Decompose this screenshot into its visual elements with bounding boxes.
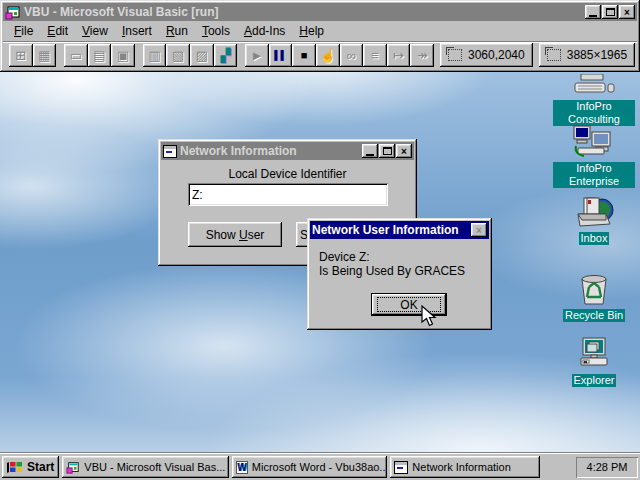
dialog-title: Network Information (180, 144, 359, 158)
minimize-icon (366, 154, 374, 156)
vb-titlebar[interactable]: VBU - Microsoft Visual Basic [run] × (3, 3, 637, 21)
position-indicator: 3060,2040 (440, 43, 533, 67)
new-form-icon: ⊞ (15, 48, 26, 63)
project-window-icon: ▨ (196, 48, 208, 63)
network-computers-icon (572, 124, 616, 160)
minimize-button[interactable] (585, 5, 601, 19)
menu-editor-button[interactable]: ▞ (214, 44, 238, 67)
form-icon (163, 145, 177, 158)
vb-main-window: VBU - Microsoft Visual Basic [run] × Fil… (0, 0, 640, 72)
network-user-information-dialog: Network User Information × Device Z: Is … (307, 218, 492, 330)
message-line-1: Device Z: (319, 250, 370, 264)
project-window-button[interactable]: ▨ (190, 44, 214, 67)
menu-run[interactable]: Run (159, 22, 195, 40)
open-project-icon: ▭ (70, 48, 82, 63)
desktop-icon-explorer[interactable]: Explorer (553, 336, 635, 387)
maximize-button[interactable] (379, 144, 395, 158)
vb-app-icon (5, 5, 21, 20)
save-project-button[interactable]: ▤ (88, 44, 112, 67)
lock-controls-icon: ▣ (117, 48, 129, 63)
mouse-cursor (421, 305, 437, 329)
maximize-button[interactable] (602, 5, 618, 19)
run-icon: ► (250, 48, 263, 63)
size-indicator-icon (547, 49, 561, 61)
task-word[interactable]: W Microsoft Word - Vbu38ao... (232, 456, 387, 478)
menu-view[interactable]: View (75, 22, 115, 40)
show-user-label: Show User (206, 228, 265, 242)
local-device-identifier-label: Local Device Identifier (158, 167, 417, 181)
pause-button[interactable]: ▌▌ (269, 44, 293, 67)
stop-icon: ■ (301, 49, 308, 61)
minimize-button[interactable] (362, 144, 378, 158)
menu-edit[interactable]: Edit (40, 22, 75, 40)
new-module-icon: ▦ (38, 48, 50, 63)
menu-insert[interactable]: Insert (115, 22, 159, 40)
close-button[interactable]: × (471, 223, 487, 237)
desktop-icon-infopro-enterprise[interactable]: InfoPro Enterprise (553, 124, 635, 188)
position-value: 3060,2040 (468, 48, 525, 62)
instant-watch-button[interactable]: ∞ (340, 44, 364, 67)
desktop-icon-label: Explorer (572, 374, 617, 387)
explorer-icon (575, 336, 613, 372)
menubar: File Edit View Insert Run Tools Add-Ins … (3, 21, 637, 41)
stop-button[interactable]: ■ (292, 44, 316, 67)
open-project-button[interactable]: ▭ (64, 44, 88, 67)
save-project-icon: ▤ (93, 48, 105, 63)
step-over-button[interactable]: ↠ (410, 44, 434, 67)
task-label: VBU - Microsoft Visual Bas... (84, 461, 225, 473)
menu-help[interactable]: Help (292, 22, 331, 40)
task-label: Microsoft Word - Vbu38ao... (252, 461, 388, 473)
show-user-button[interactable]: Show User (188, 222, 282, 247)
desktop-icon-inbox[interactable]: Inbox (553, 194, 635, 245)
window-title: VBU - Microsoft Visual Basic [run] (24, 5, 582, 19)
start-button[interactable]: Start (2, 456, 59, 478)
maximize-icon (606, 8, 615, 16)
network-information-titlebar[interactable]: Network Information × (161, 142, 414, 160)
dialog-title: Network User Information (312, 223, 468, 237)
call-stack-icon: ≡ (371, 48, 379, 63)
close-icon: × (476, 225, 482, 236)
form-icon (394, 461, 408, 474)
menu-addins[interactable]: Add-Ins (237, 22, 292, 40)
object-browser-button[interactable]: ▧ (166, 44, 190, 67)
menu-file[interactable]: File (7, 22, 40, 40)
start-label: Start (27, 460, 54, 474)
object-browser-icon: ▧ (172, 48, 184, 63)
close-icon: × (624, 7, 630, 18)
new-form-button[interactable]: ⊞ (9, 44, 33, 67)
step-into-button[interactable]: ↦ (387, 44, 411, 67)
taskbar: Start VBU - Microsoft Visual Bas... W Mi… (0, 453, 640, 480)
properties-window-button[interactable]: ▥ (143, 44, 167, 67)
call-stack-button[interactable]: ≡ (363, 44, 387, 67)
recycle-bin-icon (576, 271, 612, 307)
desktop-icon-label: Inbox (579, 232, 610, 245)
task-vb[interactable]: VBU - Microsoft Visual Bas... (62, 456, 229, 478)
vb-task-icon (66, 461, 80, 474)
step-into-icon: ↦ (393, 48, 404, 63)
device-identifier-input[interactable] (188, 183, 388, 206)
run-button[interactable]: ► (245, 44, 269, 67)
properties-window-icon: ▥ (148, 48, 160, 63)
win95-screen: { "colors": { "active_title": "#000080",… (0, 0, 640, 480)
close-button[interactable]: × (619, 5, 635, 19)
desktop-icon-recycle-bin[interactable]: Recycle Bin (553, 271, 635, 322)
step-over-icon: ↠ (417, 48, 428, 63)
size-value: 3885×1965 (567, 48, 627, 62)
menu-editor-icon: ▞ (220, 48, 230, 63)
menu-tools[interactable]: Tools (195, 22, 237, 40)
lock-controls-button[interactable]: ▣ (111, 44, 135, 67)
position-indicator-icon (448, 49, 462, 61)
close-button[interactable]: × (396, 144, 412, 158)
desktop-icon-label: InfoPro Consulting (553, 100, 635, 126)
network-user-information-titlebar[interactable]: Network User Information × (310, 221, 489, 239)
desktop-icon-infopro-consulting[interactable]: InfoPro Consulting (553, 62, 635, 126)
windows-logo-icon (7, 460, 23, 474)
word-icon: W (236, 461, 247, 474)
new-module-button[interactable]: ▦ (33, 44, 57, 67)
task-label: Network Information (412, 461, 510, 473)
maximize-icon (383, 147, 392, 155)
desktop-icon-label: InfoPro Enterprise (553, 162, 635, 188)
close-icon: × (401, 146, 407, 157)
task-network-information[interactable]: Network Information (390, 456, 540, 478)
breakpoint-button[interactable]: ☝ (316, 44, 340, 67)
